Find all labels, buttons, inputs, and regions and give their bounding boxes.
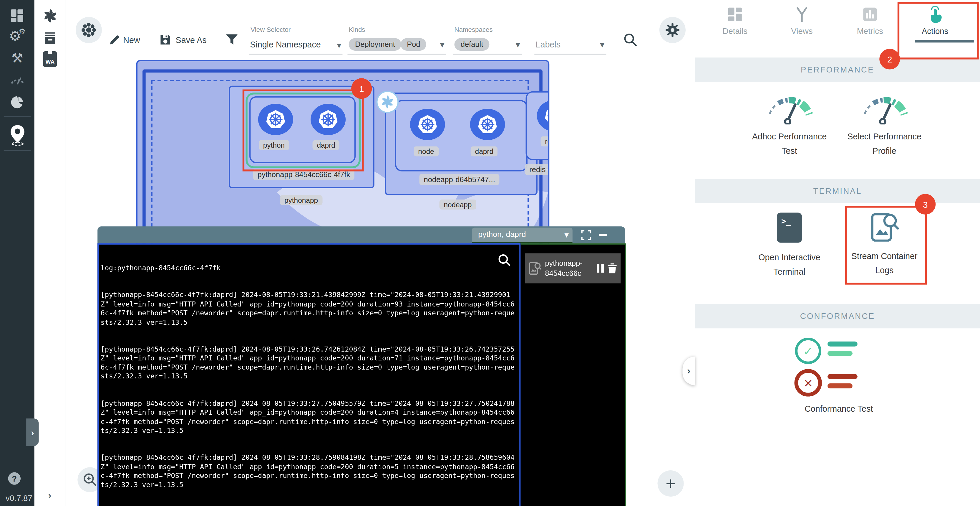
view-selector-label: View Selector <box>251 26 291 33</box>
canvas[interactable]: python daprd 1 pythonapp-8454cc66c-4f7fk… <box>66 0 696 506</box>
service-mesh-icon[interactable] <box>0 91 35 113</box>
new-button[interactable]: New <box>123 36 140 45</box>
app-menu-button[interactable] <box>76 17 102 43</box>
catalog-drawer-icon[interactable] <box>35 27 66 49</box>
tab-views[interactable]: Views <box>784 6 819 36</box>
configuration-tools-icon[interactable]: ⚒ <box>0 48 35 69</box>
save-as-button[interactable]: Save As <box>176 36 207 45</box>
details-panel: Details Views Metrics Actions 2 PERFORMA… <box>695 0 980 506</box>
log-entry: [pythonapp-8454cc66c-4f7fk:daprd] 2024-0… <box>101 291 517 327</box>
container-label: node <box>414 147 438 156</box>
pod-box-redis[interactable]: redis <box>526 91 550 160</box>
wasm-filter-icon[interactable]: WA <box>43 51 57 67</box>
terminal-section-header: TERMINAL <box>695 179 980 203</box>
kind-chip: Pod <box>401 38 426 50</box>
left-rail: ⚙⚙ ⚒ › ? v0.7.87 <box>0 0 35 506</box>
labels-select[interactable]: Labels ▼ <box>534 36 606 54</box>
deployment-label: pythonapp <box>280 195 322 205</box>
fail-circle-icon: ✕ <box>794 369 822 396</box>
session-name: pythonapp- 8454cc66c <box>545 259 597 278</box>
kinds-select[interactable]: Deployment Pod ▼ <box>347 36 446 54</box>
log-header-line: log:pythonapp-8454cc66c-4f7fk <box>101 264 517 273</box>
pause-icon[interactable] <box>597 264 605 273</box>
gauge-icon <box>760 91 819 125</box>
terminal-window: python, daprd ▼ log:pythonapp-8454cc66c-… <box>97 226 625 506</box>
log-search-icon[interactable] <box>498 254 511 267</box>
settings-gear-button[interactable] <box>659 17 686 43</box>
pass-line <box>827 351 853 356</box>
check-circle-icon: ✓ <box>795 338 821 364</box>
meshmap-app: ⚙⚙ ⚒ › ? v0.7.87 <box>0 0 980 506</box>
namespaces-select[interactable]: default ▼ <box>453 36 522 54</box>
adhoc-performance-test-action[interactable]: Adhoc Performance Test <box>759 91 819 158</box>
log-entry: [pythonapp-8454cc66c-4f7fk:daprd] 2024-0… <box>101 345 517 381</box>
lifecycle-gears-icon[interactable]: ⚙⚙ <box>0 25 35 46</box>
performance-gauge-icon[interactable] <box>0 69 35 90</box>
performance-section-header: PERFORMANCE <box>695 57 980 82</box>
metrics-chart-icon <box>862 6 878 22</box>
views-branch-icon <box>794 6 810 22</box>
minimize-icon[interactable] <box>599 234 607 236</box>
select-performance-profile-action[interactable]: Select Performance Profile <box>854 91 914 158</box>
container-node[interactable] <box>410 109 445 140</box>
rail-expand-handle[interactable]: › <box>26 418 38 446</box>
container-label: daprd <box>471 147 498 156</box>
trash-icon[interactable] <box>608 263 617 273</box>
add-node-button[interactable]: + <box>658 470 684 496</box>
container-daprd[interactable] <box>470 109 505 140</box>
rail-divider <box>4 117 30 117</box>
log-entry: [pythonapp-8454cc66c-4f7fk:daprd] 2024-0… <box>101 400 517 436</box>
tab-metrics[interactable]: Metrics <box>851 6 889 36</box>
terminal-titlebar[interactable]: python, daprd ▼ <box>97 226 625 243</box>
pod-label: nodeapp-d64b5747... <box>420 174 500 185</box>
log-session-item[interactable]: pythonapp- 8454cc66c <box>525 254 620 284</box>
container-selector[interactable]: python, daprd ▼ <box>472 228 573 243</box>
panel-collapse-handle[interactable]: › <box>682 357 695 385</box>
annotation-badge-2: 2 <box>879 49 900 70</box>
search-icon[interactable] <box>623 32 638 47</box>
dashboard-icon[interactable] <box>0 5 35 26</box>
gauge-icon <box>854 91 914 125</box>
chevron-down-icon: ▼ <box>440 42 444 48</box>
chevron-down-icon: ▼ <box>516 42 520 48</box>
chevron-down-icon: ▼ <box>337 42 342 49</box>
annotation-red-box-2 <box>897 2 979 59</box>
terminal-icon: >_ <box>777 213 802 243</box>
stream-logs-icon <box>529 262 541 275</box>
rail-divider <box>4 150 30 151</box>
conformance-section-header: CONFORMANCE <box>695 304 980 328</box>
kind-chip: Deployment <box>349 38 401 50</box>
pass-line <box>827 342 858 346</box>
tab-details[interactable]: Details <box>718 6 752 36</box>
open-interactive-terminal-action[interactable]: >_ Open Interactive Terminal <box>759 213 819 279</box>
namespaces-label: Namespaces <box>454 26 493 33</box>
deployment-label: nodeapp <box>439 200 476 209</box>
version-label: v0.7.87 <box>6 493 32 503</box>
pod-box-nodeapp[interactable]: node daprd <box>395 100 528 171</box>
save-icon[interactable] <box>159 34 171 46</box>
kubernetes-icon <box>417 114 438 135</box>
fail-line <box>827 383 853 388</box>
view-selector-select[interactable]: Single Namespace ▼ <box>249 37 342 54</box>
kubernetes-icon <box>477 114 498 135</box>
terminal-body: log:pythonapp-8454cc66c-4f7fk [pythonapp… <box>97 243 625 506</box>
deployment-box-nodeapp[interactable]: node daprd nodeapp-d64b5747... <box>385 93 538 195</box>
fail-line <box>827 374 858 379</box>
conformance-test-label: Conformance Test <box>783 402 895 416</box>
annotation-red-box-1 <box>243 89 364 171</box>
meshery-logo-icon[interactable] <box>35 5 66 26</box>
fullscreen-icon[interactable] <box>581 230 591 240</box>
pencil-icon[interactable] <box>108 34 120 46</box>
workspace-expand-chevron[interactable]: › <box>48 490 51 501</box>
kubernetes-icon <box>544 105 549 126</box>
details-grid-icon <box>727 6 743 22</box>
namespace-chip: default <box>454 38 489 50</box>
annotation-badge-1: 1 <box>351 78 372 99</box>
container-label: redis <box>541 136 549 147</box>
filter-funnel-icon[interactable] <box>225 33 239 47</box>
dapr-sidecar-icon <box>376 91 399 113</box>
container-redis[interactable] <box>537 100 549 131</box>
meshmap-pin-icon[interactable] <box>0 123 35 148</box>
help-icon[interactable]: ? <box>8 472 21 484</box>
log-pane[interactable]: log:pythonapp-8454cc66c-4f7fk [pythonapp… <box>97 243 520 506</box>
